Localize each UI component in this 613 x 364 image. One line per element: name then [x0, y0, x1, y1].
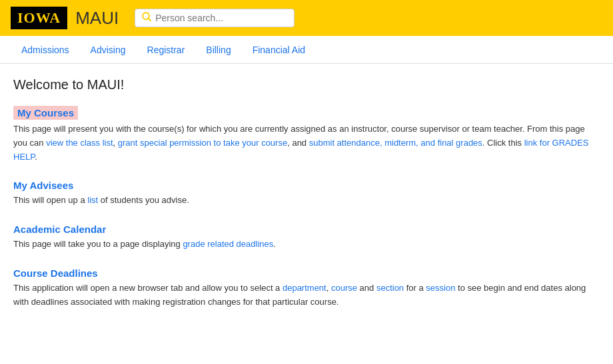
course-link[interactable]: course	[331, 283, 357, 293]
course-deadlines-text: This application will open a new browser…	[13, 281, 600, 309]
header: IOWA MAUI	[0, 0, 613, 36]
nav-financial-aid[interactable]: Financial Aid	[242, 38, 316, 62]
academic-calendar-text: This page will take you to a page displa…	[13, 238, 600, 252]
section-my-courses: My Courses This page will present you wi…	[13, 106, 600, 164]
nav-admissions[interactable]: Admissions	[11, 38, 80, 62]
course-deadlines-title[interactable]: Course Deadlines	[13, 268, 600, 279]
my-courses-text: This page will present you with the cour…	[13, 122, 600, 164]
my-courses-title[interactable]: My Courses	[13, 106, 78, 120]
grade-deadlines-link[interactable]: grade related deadlines	[183, 239, 273, 249]
section-my-advisees: My Advisees This will open up a list of …	[13, 180, 600, 208]
search-box[interactable]	[135, 9, 295, 27]
main-content: Welcome to MAUI! My Courses This page wi…	[0, 64, 613, 339]
permission-link[interactable]: grant special permission to take your co…	[118, 138, 287, 148]
section-academic-calendar: Academic Calendar This page will take yo…	[13, 224, 600, 252]
submit-link[interactable]: submit attendance, midterm, and final gr…	[309, 138, 482, 148]
academic-calendar-title[interactable]: Academic Calendar	[13, 224, 600, 235]
nav-bar: Admissions Advising Registrar Billing Fi…	[0, 36, 613, 64]
nav-registrar[interactable]: Registrar	[137, 38, 196, 62]
search-icon	[142, 12, 151, 24]
my-advisees-title[interactable]: My Advisees	[13, 180, 600, 191]
search-input[interactable]	[155, 13, 287, 23]
app-title: MAUI	[75, 8, 119, 29]
section-link[interactable]: section	[376, 283, 404, 293]
department-link[interactable]: department	[283, 283, 326, 293]
iowa-logo: IOWA	[11, 7, 67, 29]
advisees-list-link[interactable]: list	[87, 195, 98, 205]
nav-billing[interactable]: Billing	[195, 38, 241, 62]
welcome-heading: Welcome to MAUI!	[13, 77, 600, 92]
svg-line-1	[149, 19, 151, 21]
nav-advising[interactable]: Advising	[80, 38, 137, 62]
section-course-deadlines: Course Deadlines This application will o…	[13, 268, 600, 309]
my-advisees-text: This will open up a list of students you…	[13, 194, 600, 208]
session-link[interactable]: session	[426, 283, 455, 293]
class-list-link[interactable]: view the class list	[46, 138, 113, 148]
